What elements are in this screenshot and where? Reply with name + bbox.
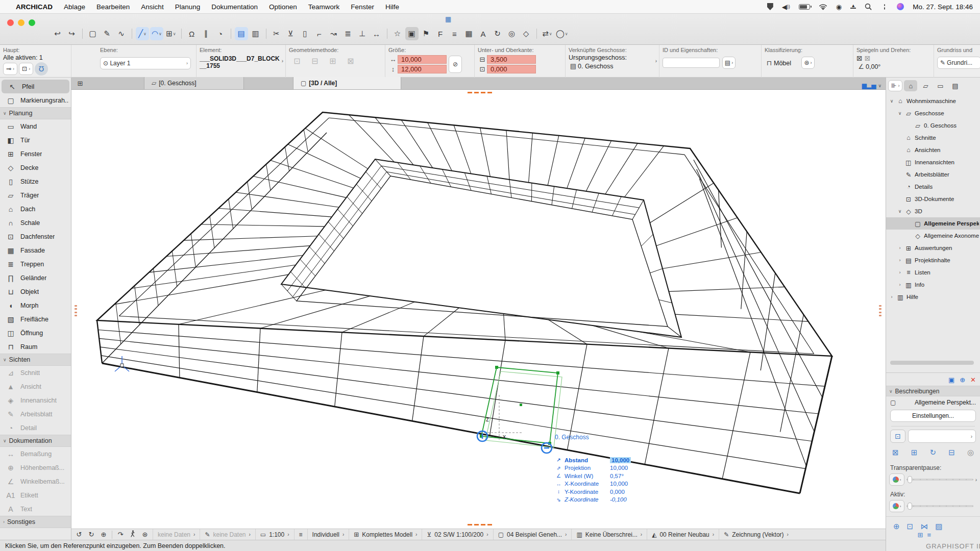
text-block-icon[interactable]: A bbox=[477, 27, 490, 40]
zoom-preset[interactable]: Individuell › bbox=[307, 529, 349, 540]
eject-icon[interactable]: ▲ bbox=[850, 3, 856, 11]
status-field-2[interactable]: ✎ keine Daten › bbox=[200, 529, 255, 540]
einstellungen-button[interactable]: Einstellungen... bbox=[890, 410, 976, 422]
undo-icon[interactable]: ↩ bbox=[51, 27, 64, 40]
nav-item-3d-dokumente[interactable]: ⊡ 3D-Dokumente bbox=[886, 193, 980, 205]
beschreibungen-header[interactable]: ∨Beschreibungen bbox=[886, 386, 980, 396]
separator[interactable] bbox=[181, 29, 182, 39]
arc-tool-icon[interactable]: ◠∨ bbox=[150, 27, 163, 40]
menu-teamwork[interactable]: Teamwork bbox=[303, 3, 346, 11]
tool-etikett[interactable]: A1Etikett bbox=[0, 488, 71, 502]
geometry-method-3-icon[interactable]: ⊞ bbox=[329, 57, 336, 65]
gs-list-icon[interactable]: ≡ bbox=[927, 531, 931, 539]
tool-detail[interactable]: ◔Detail bbox=[0, 421, 71, 435]
floorplan-display-button[interactable]: ✎Grundri... bbox=[937, 57, 980, 69]
pause-reference-icon[interactable]: ⊡ bbox=[890, 430, 905, 443]
tool-text[interactable]: AText bbox=[0, 502, 71, 516]
nav-item-hilfe[interactable]: › ▥ Hilfe bbox=[886, 291, 980, 303]
tool-dach[interactable]: ⌂Dach bbox=[0, 202, 71, 216]
diamond-icon[interactable]: ◇ bbox=[520, 27, 533, 40]
volume-icon[interactable]: ◀)) bbox=[782, 3, 790, 11]
separator[interactable] bbox=[266, 29, 266, 39]
navigator-scrollbar[interactable] bbox=[890, 361, 974, 365]
document-proxy-icon[interactable]: ▦ bbox=[445, 15, 451, 23]
line-tool-icon[interactable]: ╱∨ bbox=[136, 27, 149, 40]
tool-schale[interactable]: ∩Schale bbox=[0, 216, 71, 230]
tool-winkelbemassung[interactable]: ∠Winkelbemaß... bbox=[0, 474, 71, 488]
mirror-reference-icon[interactable]: ⊟ bbox=[948, 448, 955, 457]
tool-tuer[interactable]: ◧Tür bbox=[0, 133, 71, 147]
protractor-icon[interactable]: ◔ bbox=[214, 27, 227, 40]
tool-fassade[interactable]: ▦Fassade bbox=[0, 243, 71, 257]
pause-color-button[interactable]: › bbox=[889, 473, 904, 486]
aktiv-color-button[interactable]: › bbox=[889, 500, 904, 512]
status-field-1[interactable]: keine Daten › bbox=[153, 529, 200, 540]
width-field[interactable]: 10,000 bbox=[398, 55, 447, 64]
nav-item-geschosse[interactable]: ∨ ▱ Geschosse bbox=[886, 107, 980, 119]
reference-dropdown[interactable]: › bbox=[908, 430, 976, 443]
structure-filter[interactable]: ⊞ Komplettes Modell › bbox=[349, 529, 422, 540]
wifi-icon[interactable] bbox=[819, 3, 827, 11]
list-icon[interactable]: ≡ bbox=[448, 27, 461, 40]
zoom-in-icon[interactable]: ⊕ bbox=[98, 531, 109, 538]
renovation-filter[interactable]: ◭ 00 Reiner Neubau › bbox=[647, 529, 719, 540]
tool-pfeil[interactable]: ↖Pfeil bbox=[2, 80, 69, 93]
link-dimensions-button[interactable]: ⊘ bbox=[449, 56, 462, 73]
nav-item-schnitte[interactable]: ⌂ Schnitte bbox=[886, 132, 980, 144]
current-view-row[interactable]: ▢ Allgemeine Perspekt... bbox=[886, 396, 980, 409]
nav-item-info[interactable]: › ▥ Info bbox=[886, 279, 980, 291]
teamwork-icon[interactable]: ⇄∨ bbox=[541, 27, 554, 40]
palette-section-sichten[interactable]: ∨Sichten bbox=[0, 354, 71, 366]
tool-gelaender[interactable]: ∏Geländer bbox=[0, 271, 71, 285]
nav-item-wohnmixmaschine[interactable]: ∨ ⌂ Wohnmixmaschine bbox=[886, 95, 980, 107]
pan-tool-icon[interactable]: ⊕ bbox=[893, 522, 900, 531]
tool-markierungsrahmen[interactable]: ▢Markierungsrah... bbox=[0, 93, 71, 107]
geometry-method-1-icon[interactable]: ⊡ bbox=[293, 57, 300, 65]
menu-fenster[interactable]: Fenster bbox=[345, 3, 380, 11]
palette-section-sonstiges[interactable]: ›Sonstiges bbox=[0, 516, 71, 528]
compare-tool-icon[interactable]: ⋈ bbox=[920, 522, 928, 531]
corner-icon[interactable]: ⌐ bbox=[313, 27, 326, 40]
tool-traeger[interactable]: ▱Träger bbox=[0, 188, 71, 202]
tool-raum[interactable]: ⊓Raum bbox=[0, 340, 71, 354]
magnet-icon[interactable]: Ω bbox=[185, 27, 199, 40]
zoom-next-icon[interactable]: ↻ bbox=[86, 531, 97, 538]
tool-morph[interactable]: ◖Morph bbox=[0, 298, 71, 312]
tool-innenansicht[interactable]: ◈Innenansicht bbox=[0, 393, 71, 407]
aktiv-slider[interactable] bbox=[906, 505, 973, 507]
tool-dachfenster[interactable]: ⊡Dachfenster bbox=[0, 230, 71, 243]
window-close-button[interactable] bbox=[7, 19, 14, 26]
copy-settings-icon[interactable]: ▣ bbox=[405, 27, 419, 40]
element-chevron[interactable]: › bbox=[282, 58, 283, 64]
column-icon[interactable]: ▯ bbox=[299, 27, 312, 40]
home-story-value[interactable]: 0. Geschoss bbox=[578, 63, 613, 70]
project-map-icon[interactable]: ⌂ bbox=[904, 80, 917, 91]
tab-3d-alle[interactable]: ▢[3D / Alle] bbox=[293, 77, 401, 89]
layers-quick-icon[interactable]: ≡ bbox=[294, 529, 307, 540]
tool-arbeitsblatt[interactable]: ✎Arbeitsblatt bbox=[0, 407, 71, 421]
resize-reference-icon[interactable]: ⊠ bbox=[892, 448, 899, 457]
separator[interactable] bbox=[132, 29, 132, 39]
split-icon[interactable]: ⊻ bbox=[284, 27, 298, 40]
guidelines-icon[interactable]: ∥ bbox=[200, 27, 213, 40]
menu-ansicht[interactable]: Ansicht bbox=[135, 3, 169, 11]
menu-bearbeiten[interactable]: Bearbeiten bbox=[91, 3, 135, 11]
nav-item-innenansichten[interactable]: ◫ Innenansichten bbox=[886, 156, 980, 168]
menu-archicad[interactable]: ARCHICAD bbox=[10, 3, 58, 11]
flag-icon[interactable]: ⚑ bbox=[420, 27, 433, 40]
image-icon[interactable]: ▦ bbox=[462, 27, 476, 40]
height-field[interactable]: 12,000 bbox=[398, 65, 447, 73]
tool-fenster[interactable]: ⊞Fenster bbox=[0, 147, 71, 161]
label-icon[interactable]: ◎ bbox=[505, 27, 519, 40]
zoom-previous-icon[interactable]: ↺ bbox=[74, 531, 85, 538]
redo-icon[interactable]: ↪ bbox=[65, 27, 79, 40]
nav-item-auswertungen[interactable]: › ⊞ Auswertungen bbox=[886, 242, 980, 254]
classification-button[interactable]: ⊛› bbox=[801, 57, 815, 69]
worksheet-icon[interactable]: ▤ bbox=[235, 27, 248, 40]
tool-objekt[interactable]: ⊔Objekt bbox=[0, 285, 71, 298]
nav-item-listen[interactable]: › ≡ Listen bbox=[886, 266, 980, 279]
id-input[interactable] bbox=[663, 58, 720, 68]
control-center-icon[interactable] bbox=[880, 4, 888, 10]
nav-item-details[interactable]: ◔ Details bbox=[886, 181, 980, 193]
selection-mode-dropdown[interactable]: ⊸› bbox=[3, 63, 17, 75]
